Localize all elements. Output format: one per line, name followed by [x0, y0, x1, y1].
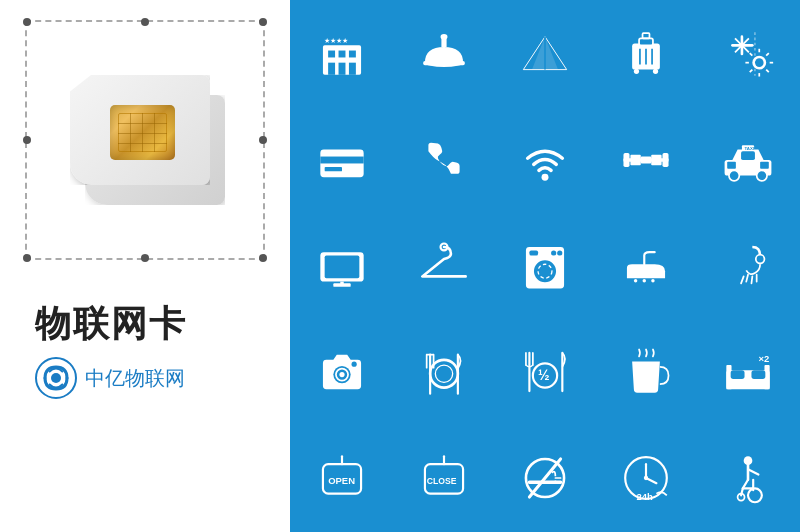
half-board-icon: ½ [519, 346, 571, 398]
coffee-icon-cell[interactable] [597, 320, 695, 423]
svg-rect-67 [529, 250, 538, 255]
svg-rect-25 [643, 34, 650, 39]
camera-icon-cell[interactable] [293, 320, 391, 423]
svg-rect-50 [624, 158, 669, 161]
svg-point-71 [643, 279, 646, 282]
handle-mb [141, 254, 149, 262]
svg-rect-3 [328, 51, 335, 58]
wifi-icon [519, 134, 571, 186]
washing-icon-cell[interactable] [496, 215, 594, 318]
svg-point-80 [340, 372, 345, 377]
svg-point-1 [51, 373, 61, 383]
svg-line-120 [748, 469, 758, 474]
svg-line-76 [741, 276, 744, 283]
svg-line-74 [751, 276, 752, 283]
svg-point-68 [551, 250, 556, 255]
luggage-icon [620, 28, 672, 80]
svg-rect-4 [339, 51, 346, 58]
climate-icon [722, 28, 774, 80]
phone-icon [418, 134, 470, 186]
handle-mt [141, 18, 149, 26]
svg-rect-41 [321, 150, 364, 178]
no-smoking-icon-cell[interactable] [496, 426, 594, 529]
svg-rect-19 [639, 39, 653, 46]
bed-x2-icon-cell[interactable]: ×2 [699, 320, 797, 423]
24h-icon: 24h [620, 452, 672, 504]
washing-icon [519, 240, 571, 292]
phone-icon-cell[interactable] [394, 109, 492, 212]
svg-point-66 [538, 264, 552, 278]
close-sign-icon-cell[interactable]: CLOSE [394, 426, 492, 529]
brand-title: 物联网卡 [35, 300, 187, 349]
climate-icon-cell[interactable] [699, 3, 797, 106]
svg-line-38 [750, 70, 753, 73]
svg-rect-7 [339, 63, 346, 75]
sim-card-front [70, 75, 210, 185]
half-board-icon-cell[interactable]: ½ [496, 320, 594, 423]
icon-grid: ★★★★ [290, 0, 800, 532]
svg-rect-54 [741, 152, 755, 161]
svg-rect-100 [730, 370, 744, 379]
brand-section: 物联网卡 中亿物联网 [35, 300, 255, 399]
svg-rect-101 [751, 370, 765, 379]
svg-rect-99 [764, 365, 769, 389]
sim-cards [65, 65, 225, 215]
svg-text:24h: 24h [637, 490, 654, 501]
svg-point-116 [644, 475, 648, 479]
svg-rect-5 [349, 51, 356, 58]
card-icon-cell[interactable] [293, 109, 391, 212]
svg-point-83 [435, 365, 452, 382]
restaurant-icon [418, 346, 470, 398]
taxi-icon: TAXI [722, 134, 774, 186]
iron-icon [620, 240, 672, 292]
wifi-icon-cell[interactable] [496, 109, 594, 212]
handle-tr [259, 18, 267, 26]
svg-rect-62 [340, 282, 343, 285]
accessible-icon [722, 452, 774, 504]
svg-point-44 [542, 174, 549, 181]
svg-point-77 [756, 255, 765, 264]
luggage-icon-cell[interactable] [597, 3, 695, 106]
no-smoking-icon [519, 452, 571, 504]
svg-point-69 [557, 250, 562, 255]
taxi-icon-cell[interactable]: TAXI [699, 109, 797, 212]
svg-line-37 [766, 54, 769, 57]
camping-icon-cell[interactable] [496, 3, 594, 106]
handle-bl [23, 254, 31, 262]
svg-point-53 [756, 171, 766, 181]
accessible-icon-cell[interactable] [699, 426, 797, 529]
bed-x2-icon: ×2 [722, 346, 774, 398]
handle-tl [23, 18, 31, 26]
open-sign-icon: OPEN [316, 452, 368, 504]
open-sign-icon-cell[interactable]: OPEN [293, 426, 391, 529]
svg-point-125 [748, 488, 762, 502]
hotel-icon-cell[interactable]: ★★★★ [293, 3, 391, 106]
svg-point-39 [755, 59, 764, 68]
tv-icon-cell[interactable] [293, 215, 391, 318]
left-panel: 物联网卡 中亿物联网 [0, 0, 290, 532]
coffee-icon [620, 346, 672, 398]
gym-icon [620, 134, 672, 186]
iron-icon-cell[interactable] [597, 215, 695, 318]
hanger-icon-cell[interactable] [394, 215, 492, 318]
svg-text:×2: ×2 [758, 352, 769, 363]
shower-icon-cell[interactable] [699, 215, 797, 318]
24h-icon-cell[interactable]: 24h [597, 426, 695, 529]
svg-rect-42 [321, 157, 364, 164]
brand-logo-icon [35, 357, 77, 399]
room-service-icon-cell[interactable] [394, 3, 492, 106]
svg-point-13 [440, 34, 447, 39]
svg-point-72 [652, 279, 655, 282]
svg-point-81 [352, 361, 357, 366]
sim-chip [110, 105, 175, 160]
svg-rect-11 [423, 61, 465, 65]
svg-line-35 [750, 54, 753, 57]
restaurant-icon-cell[interactable] [394, 320, 492, 423]
handle-mr [259, 136, 267, 144]
svg-rect-60 [325, 256, 360, 279]
gym-icon-cell[interactable] [597, 109, 695, 212]
camera-icon [316, 346, 368, 398]
svg-line-73 [746, 275, 748, 282]
svg-rect-98 [726, 365, 731, 389]
svg-point-23 [634, 69, 639, 74]
